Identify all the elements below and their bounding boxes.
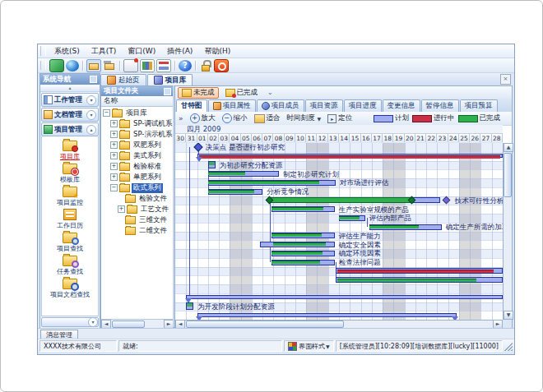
gantt-tab-7[interactable]: 暂停信息: [421, 99, 459, 112]
expand-icon[interactable]: +: [110, 173, 118, 181]
gantt-tab-4[interactable]: 项目资源: [305, 99, 343, 112]
pin-icon[interactable]: [90, 76, 97, 83]
sidebar-group-1[interactable]: 工作管理▾: [41, 93, 99, 107]
menu-item-1[interactable]: 系统(S): [49, 44, 86, 58]
filter-button-1[interactable]: 未完成: [178, 87, 219, 99]
tree-node-5[interactable]: +美式系列: [101, 150, 174, 161]
scroll-up-icon[interactable]: ▲: [504, 143, 513, 152]
gantt-tab-6[interactable]: 变更信息: [383, 99, 420, 112]
tree-horizontal-scrollbar[interactable]: ◄ ►: [101, 319, 174, 328]
gantt-tab-8[interactable]: 项目预算: [460, 99, 498, 112]
sidebar-item-4[interactable]: 工作日历: [42, 208, 98, 231]
gantt-tab-1[interactable]: 甘特图: [176, 99, 207, 112]
scroll-thumb[interactable]: [504, 153, 512, 197]
tree-node-8[interactable]: −欧式系列: [101, 182, 174, 193]
gantt-chart-area[interactable]: 决策点 是否进行初步研究为初步研究分配资源制定初步研究计划对市场进行评估分析竞争…: [175, 143, 503, 320]
gantt-toolbar-button-2[interactable]: −缩小: [219, 112, 251, 125]
gantt-bar[interactable]: [268, 197, 413, 203]
tree-panel-header: 项目文件夹: [101, 86, 174, 96]
power-icon[interactable]: [214, 59, 229, 72]
tab-1[interactable]: 起始页: [100, 74, 146, 85]
tab-2[interactable]: 项目库: [147, 74, 193, 85]
tree-node-12[interactable]: 二维文件: [101, 225, 174, 236]
folder-pin-icon[interactable]: [103, 60, 116, 71]
expand-icon[interactable]: +: [118, 205, 125, 213]
tree-node-7[interactable]: +单肥系列: [101, 172, 174, 182]
gantt-horizontal-scrollbar[interactable]: ◄ ►: [175, 320, 503, 328]
tree-node-1[interactable]: −项目库: [101, 108, 174, 118]
filter-more-icon[interactable]: ⌄: [267, 89, 273, 96]
library-tab-icon: [154, 76, 163, 85]
resize-grip[interactable]: [504, 341, 513, 351]
filter-button-2[interactable]: 已完成: [221, 87, 262, 99]
tree-node-3[interactable]: +SP-演示机系: [101, 129, 174, 140]
tree-node-10[interactable]: +工艺文件: [101, 204, 174, 214]
gantt-vertical-scrollbar[interactable]: ▲ ▼: [503, 143, 512, 320]
home-tab-icon: [107, 76, 116, 85]
gantt-tab-label: 变更信息: [388, 101, 415, 111]
gantt-task-icon[interactable]: [186, 302, 193, 310]
fit-icon: [254, 114, 265, 123]
scroll-thumb[interactable]: [186, 321, 344, 328]
gantt-tab-5[interactable]: 项目进度: [344, 99, 382, 112]
scroll-left-icon[interactable]: ◄: [101, 320, 111, 329]
gantt-toolbar-button-4[interactable]: 时间刻度▼: [284, 112, 325, 125]
tab-close-button[interactable]: ×: [500, 74, 511, 85]
scroll-down-icon[interactable]: ▼: [504, 311, 513, 320]
chevron-up-icon[interactable]: ▴: [86, 125, 96, 135]
pin-icon[interactable]: [164, 88, 171, 95]
mail-icon[interactable]: [123, 59, 138, 72]
tree-node-11[interactable]: 三维文件: [101, 214, 174, 225]
sidebar-group-2[interactable]: 文档管理▾: [41, 108, 99, 122]
tree-node-9[interactable]: 检验文件: [101, 193, 174, 204]
gantt-toolbar-button-3[interactable]: 适合: [251, 112, 284, 125]
globe-icon[interactable]: [66, 60, 79, 71]
toolbar-overflow-icon[interactable]: »: [175, 114, 187, 122]
expand-icon[interactable]: +: [110, 163, 118, 170]
tree-node-4[interactable]: +双肥系列: [101, 140, 174, 150]
expand-icon[interactable]: +: [110, 141, 118, 149]
menu-item-4[interactable]: 插件(A): [161, 44, 198, 58]
report-icon[interactable]: [140, 59, 155, 72]
sidebar-item-2[interactable]: 模板库: [42, 162, 98, 185]
sidebar-item-1[interactable]: 项目库: [42, 139, 98, 162]
sidebar-collapse-strip[interactable]: ▴: [40, 85, 100, 92]
help-icon[interactable]: [179, 60, 192, 71]
lock-icon[interactable]: [199, 60, 212, 71]
expand-icon[interactable]: +: [110, 152, 118, 159]
scroll-thumb[interactable]: [112, 321, 145, 328]
gantt-toolbar-button-5[interactable]: ▸定位: [324, 112, 355, 125]
gantt-tab-3[interactable]: 项目成员: [257, 99, 304, 112]
sidebar-item-3[interactable]: 项目监控: [42, 185, 98, 208]
gantt-task-icon[interactable]: [208, 161, 216, 168]
gantt-bar[interactable]: [197, 313, 457, 317]
sidebar-collapsed-group[interactable]: ▾: [41, 317, 99, 327]
collapse-icon[interactable]: −: [103, 109, 110, 117]
gantt-tab-2[interactable]: 项目属性: [208, 99, 256, 112]
gantt-bar[interactable]: [413, 197, 440, 203]
tree-node-6[interactable]: +检验标准: [101, 161, 174, 172]
sidebar-item-5[interactable]: 项目查找: [42, 231, 98, 254]
expand-icon[interactable]: +: [110, 120, 118, 127]
ui-style-selector[interactable]: 界面样式 ▼: [284, 340, 334, 352]
chevron-down-icon[interactable]: ▾: [86, 95, 96, 105]
sidebar-item-6[interactable]: 任务查找: [42, 254, 98, 277]
collapse-icon[interactable]: −: [110, 184, 118, 191]
chart-icon[interactable]: [156, 59, 171, 72]
menu-item-5[interactable]: 帮助(H): [198, 44, 236, 58]
tree-node-2[interactable]: +SP-调试机系: [101, 118, 174, 129]
legend-swatch-plan: [374, 115, 393, 122]
menu-item-2[interactable]: 工具(T): [86, 44, 123, 58]
folder-open-icon[interactable]: [86, 59, 101, 72]
menu-item-3[interactable]: 窗口(W): [122, 44, 161, 58]
expand-icon[interactable]: +: [110, 131, 118, 138]
gantt-bar[interactable]: [186, 295, 503, 299]
chevron-down-icon[interactable]: ▾: [86, 110, 96, 120]
network-icon[interactable]: [49, 59, 64, 72]
folder-icon: [119, 152, 130, 160]
gantt-toolbar-button-1[interactable]: +放大: [187, 112, 219, 125]
tree-column-header[interactable]: 名称: [101, 96, 174, 107]
sidebar-group-3[interactable]: 项目管理▴: [41, 122, 99, 136]
sidebar-item-7[interactable]: 项目文档查找: [42, 277, 98, 300]
chevron-down-icon[interactable]: ▾: [88, 317, 98, 327]
